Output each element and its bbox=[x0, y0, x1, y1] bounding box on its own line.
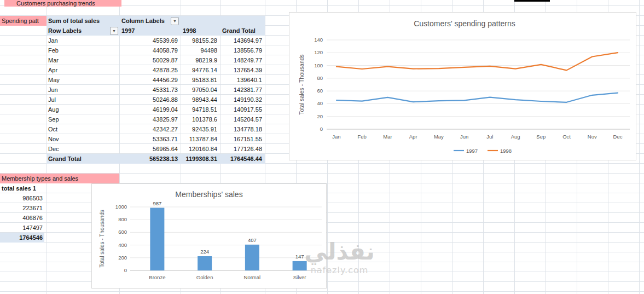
pivot-cell-1998[interactable]: 98943.44 bbox=[181, 95, 219, 105]
pivot-cell-total[interactable]: 134778.18 bbox=[220, 124, 264, 134]
pivot-cell-total[interactable]: 138556.79 bbox=[220, 45, 264, 55]
pivot-col-header-1997[interactable]: 1997 bbox=[121, 26, 135, 36]
pivot-grand-total-1998[interactable]: 1199308.31 bbox=[181, 154, 219, 164]
pivot-cell-1997[interactable]: 53363.71 bbox=[119, 134, 179, 144]
pivot-cell-total[interactable]: 149190.32 bbox=[220, 95, 264, 105]
pivot-cell-total[interactable]: 167151.55 bbox=[220, 134, 264, 144]
x-tick-label: Golden bbox=[196, 274, 213, 280]
pivot-cell-total[interactable]: 140917.55 bbox=[220, 105, 264, 114]
pivot-measure-label[interactable]: Sum of total sales bbox=[48, 16, 100, 26]
cell-note-spending-patterns[interactable]: Spending patt bbox=[0, 16, 47, 26]
x-tick-label: Jan bbox=[332, 134, 340, 140]
pivot-cell-1998[interactable]: 95183.81 bbox=[181, 75, 219, 85]
data-label: 987 bbox=[153, 200, 161, 206]
pivot-cell-1997[interactable]: 43825.97 bbox=[119, 114, 179, 124]
pivot-cell-1998[interactable]: 97050.04 bbox=[181, 85, 219, 95]
pivot-grand-total-label[interactable]: Grand Total bbox=[48, 154, 82, 164]
pivot-cell-1997[interactable]: 56965.64 bbox=[119, 144, 179, 154]
pivot-row-label[interactable]: Nov bbox=[47, 134, 118, 144]
line-chart-canvas: 020406080100120140JanFebMarAprMayJunJulA… bbox=[289, 13, 636, 160]
pivot-cell-1998[interactable]: 101378.6 bbox=[181, 114, 219, 124]
bar-chart[interactable]: 02004006008001000987Bronze224Golden407No… bbox=[91, 183, 327, 289]
membership-sales-value-cell[interactable]: 986503 bbox=[0, 193, 44, 203]
pivot-cell-total[interactable]: 145204.57 bbox=[220, 114, 264, 124]
y-tick-label: 400 bbox=[118, 242, 127, 248]
cell-note-membership-types[interactable]: Membership types and sales bbox=[0, 174, 119, 183]
y-tick-label: 60 bbox=[317, 88, 323, 94]
pivot-cell-total[interactable]: 137654.39 bbox=[220, 65, 264, 75]
pivot-row-label[interactable]: Mar bbox=[47, 55, 118, 65]
pivot-cell-1998[interactable]: 98155.28 bbox=[181, 36, 219, 45]
cell-note-purchasing-trends[interactable]: Customers purchasing trends bbox=[4, 0, 121, 7]
x-tick-label: Apr bbox=[409, 134, 417, 140]
pivot-cell-1997[interactable]: 50029.87 bbox=[119, 55, 179, 65]
pivot-grand-total-1997[interactable]: 565238.13 bbox=[119, 154, 179, 164]
x-tick-label: Sep bbox=[536, 134, 546, 140]
pivot-cell-total[interactable]: 148249.77 bbox=[220, 55, 264, 65]
pivot-grand-total-total[interactable]: 1764546.44 bbox=[220, 154, 264, 164]
pivot-cell-1998[interactable]: 94776.14 bbox=[181, 65, 219, 75]
column-labels-filter-button[interactable]: ▼ bbox=[171, 17, 179, 25]
y-tick-label: 120 bbox=[314, 49, 323, 55]
y-axis-title: Total sales - Thousands bbox=[298, 54, 305, 115]
pivot-row-label[interactable]: Feb bbox=[47, 45, 118, 55]
pivot-cell-1997[interactable]: 44456.29 bbox=[119, 75, 179, 85]
x-tick-label: Feb bbox=[358, 134, 367, 140]
watermark-logo: نفذلي bbox=[294, 239, 385, 265]
pivot-row-label[interactable]: Sep bbox=[47, 114, 118, 124]
data-label: 407 bbox=[248, 237, 257, 243]
pivot-row-label[interactable]: Dec bbox=[47, 144, 118, 154]
pivot-col-header-1998[interactable]: 1998 bbox=[183, 26, 196, 36]
x-tick-label: Jun bbox=[460, 134, 468, 140]
y-tick-label: 1000 bbox=[115, 204, 127, 210]
x-tick-label: May bbox=[434, 134, 444, 140]
pivot-row-label[interactable]: Jan bbox=[47, 36, 118, 45]
pivot-cell-1998[interactable]: 94498 bbox=[181, 45, 219, 55]
pivot-cell-1998[interactable]: 120160.84 bbox=[181, 144, 219, 154]
row-labels-filter-button[interactable]: ▼ bbox=[110, 27, 118, 35]
pivot-cell-1997[interactable]: 50246.88 bbox=[119, 95, 179, 105]
y-tick-label: 0 bbox=[124, 267, 127, 273]
membership-sales-total-cell[interactable]: 1764546 bbox=[0, 233, 44, 243]
pivot-cell-1998[interactable]: 92435.91 bbox=[181, 124, 219, 134]
total-sales-header-cell[interactable]: total sales 1 bbox=[0, 183, 47, 193]
y-tick-label: 100 bbox=[314, 62, 323, 68]
pivot-row-label[interactable]: Aug bbox=[47, 105, 118, 114]
y-tick-label: 600 bbox=[118, 229, 127, 235]
pivot-cell-1998[interactable]: 98219.9 bbox=[181, 55, 219, 65]
pivot-cell-total[interactable]: 142381.77 bbox=[220, 85, 264, 95]
data-label: 224 bbox=[200, 249, 209, 255]
membership-sales-value-cell[interactable]: 223671 bbox=[0, 203, 44, 213]
pivot-row-labels-header[interactable]: Row Labels bbox=[48, 26, 82, 36]
chart-title: Customers' spending patterns bbox=[414, 19, 515, 28]
pivot-column-labels-header[interactable]: Column Labels bbox=[121, 16, 165, 26]
membership-sales-value-cell[interactable]: 406876 bbox=[0, 213, 44, 223]
pivot-cell-1997[interactable]: 42878.25 bbox=[119, 65, 179, 75]
bar-Bronze bbox=[150, 208, 164, 270]
pivot-row-label[interactable]: Jun bbox=[47, 85, 118, 95]
chart-title: Memberships' sales bbox=[175, 190, 242, 199]
pivot-cell-1997[interactable]: 42342.27 bbox=[119, 124, 179, 134]
pivot-row-label[interactable]: May bbox=[47, 75, 118, 85]
watermark: نفذلي nafezly.com bbox=[294, 239, 385, 275]
pivot-cell-1997[interactable]: 46199.04 bbox=[119, 105, 179, 114]
pivot-cell-1997[interactable]: 44058.79 bbox=[119, 45, 179, 55]
pivot-row-label[interactable]: Oct bbox=[47, 124, 118, 134]
pivot-cell-1998[interactable]: 113787.84 bbox=[181, 134, 219, 144]
membership-sales-value-cell[interactable]: 147497 bbox=[0, 223, 44, 233]
line-chart[interactable]: 020406080100120140JanFebMarAprMayJunJulA… bbox=[289, 12, 636, 160]
pivot-cell-total[interactable]: 177126.48 bbox=[220, 144, 264, 154]
pivot-cell-total[interactable]: 139640.1 bbox=[220, 75, 264, 85]
watermark-site: nafezly.com bbox=[294, 265, 385, 275]
pivot-cell-1997[interactable]: 45331.73 bbox=[119, 85, 179, 95]
pivot-cell-1998[interactable]: 94718.51 bbox=[181, 105, 219, 114]
series-1998 bbox=[336, 53, 618, 70]
legend-label: 1998 bbox=[500, 148, 512, 154]
pivot-row-label[interactable]: Jul bbox=[47, 95, 118, 105]
pivot-cell-total[interactable]: 143694.97 bbox=[220, 36, 264, 45]
x-tick-label: Nov bbox=[588, 134, 597, 140]
pivot-row-label[interactable]: Apr bbox=[47, 65, 118, 75]
pivot-col-header-grand-total[interactable]: Grand Total bbox=[222, 26, 256, 36]
pivot-cell-1997[interactable]: 45539.69 bbox=[119, 36, 179, 45]
y-tick-label: 200 bbox=[118, 255, 127, 261]
